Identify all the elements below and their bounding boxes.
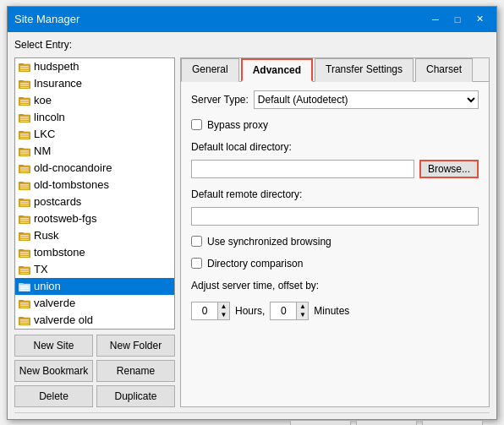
browse-button[interactable]: Browse...	[419, 160, 479, 178]
right-panel: GeneralAdvancedTransfer SettingsCharset …	[180, 57, 490, 407]
list-item[interactable]: valverde	[15, 295, 174, 312]
server-type-select[interactable]: Default (Autodetect)FTPSFTPFTPS	[254, 90, 479, 109]
svg-rect-3	[20, 68, 29, 69]
list-item[interactable]: TX	[15, 261, 174, 278]
svg-rect-61	[19, 266, 24, 268]
minutes-arrows: ▲ ▼	[296, 302, 308, 319]
new-folder-button[interactable]: New Folder	[96, 335, 175, 357]
hours-input[interactable]	[192, 302, 217, 319]
site-name: TX	[34, 263, 48, 275]
site-icon	[19, 163, 30, 173]
list-item[interactable]: rootsweb-fgs	[15, 210, 174, 227]
site-name: union	[34, 280, 61, 292]
svg-rect-33	[20, 169, 29, 171]
site-icon	[19, 146, 30, 156]
svg-rect-8	[20, 84, 29, 86]
close-button[interactable]: ✕	[469, 12, 490, 27]
window-body: Select Entry: hudspeth Insurance koe lin…	[8, 32, 496, 426]
tab-transfer[interactable]: Transfer Settings	[315, 58, 414, 82]
list-item[interactable]: LKC	[15, 126, 174, 143]
svg-rect-62	[20, 269, 29, 270]
svg-rect-67	[20, 286, 29, 287]
duplicate-button[interactable]: Duplicate	[96, 385, 175, 407]
svg-rect-54	[20, 239, 29, 240]
minutes-down-button[interactable]: ▼	[296, 311, 308, 319]
list-item[interactable]: old-tombstones	[15, 177, 174, 193]
site-name: hudspeth	[34, 60, 79, 73]
dir-comparison-label: Directory comparison	[207, 258, 303, 270]
site-icon	[19, 298, 30, 308]
list-item[interactable]: hudspeth	[15, 58, 174, 75]
list-item[interactable]: postcards	[15, 193, 174, 210]
tab-charset[interactable]: Charset	[415, 58, 473, 82]
svg-rect-47	[20, 218, 29, 220]
sync-browsing-checkbox[interactable]	[191, 236, 202, 247]
left-buttons: New Site New Folder New Bookmark Rename …	[14, 335, 175, 407]
bypass-proxy-checkbox[interactable]	[191, 119, 202, 130]
site-icon	[19, 79, 30, 89]
svg-rect-16	[19, 114, 24, 116]
server-type-row: Server Type: Default (Autodetect)FTPSFTP…	[191, 90, 479, 109]
svg-rect-36	[19, 182, 24, 183]
minutes-up-button[interactable]: ▲	[296, 302, 308, 311]
svg-rect-22	[20, 133, 29, 135]
svg-rect-19	[20, 121, 29, 122]
dir-comparison-checkbox[interactable]	[191, 258, 202, 269]
list-item[interactable]: Insurance	[15, 75, 174, 92]
site-icon	[19, 264, 30, 275]
svg-rect-13	[20, 101, 29, 103]
svg-rect-1	[19, 63, 24, 65]
site-name: old-tombstones	[34, 178, 109, 191]
bottom-buttons: Connect OK Cancel	[14, 412, 490, 426]
minutes-input[interactable]	[271, 302, 296, 319]
main-content: hudspeth Insurance koe lincoln LKC NM	[14, 57, 490, 407]
site-name: old-cnocandoire	[34, 161, 112, 174]
server-type-label: Server Type:	[191, 94, 249, 106]
svg-rect-38	[20, 186, 29, 188]
tab-advanced[interactable]: Advanced	[241, 58, 313, 82]
local-dir-input[interactable]	[191, 160, 414, 178]
local-dir-row: Browse...	[191, 160, 479, 178]
cancel-button[interactable]: Cancel	[422, 420, 483, 426]
rename-button[interactable]: Rename	[96, 360, 175, 382]
list-item[interactable]: union	[15, 278, 174, 295]
local-dir-section-label: Default local directory:	[191, 141, 479, 153]
svg-rect-73	[20, 304, 29, 306]
list-item[interactable]: Rusk	[15, 227, 174, 244]
list-item[interactable]: koe	[15, 92, 174, 109]
new-site-button[interactable]: New Site	[14, 335, 93, 357]
list-item[interactable]: tombstone	[15, 244, 174, 261]
minimize-button[interactable]: ─	[425, 12, 446, 27]
hours-down-button[interactable]: ▼	[217, 311, 229, 319]
new-bookmark-button[interactable]: New Bookmark	[14, 360, 93, 382]
list-item[interactable]: NM	[15, 143, 174, 160]
tab-content-advanced: Server Type: Default (Autodetect)FTPSFTP…	[181, 82, 489, 406]
svg-rect-71	[19, 300, 24, 302]
connect-button[interactable]: Connect	[290, 420, 351, 426]
tab-general[interactable]: General	[181, 58, 239, 82]
site-list[interactable]: hudspeth Insurance koe lincoln LKC NM	[14, 57, 175, 330]
svg-rect-24	[20, 138, 29, 139]
ok-button[interactable]: OK	[356, 420, 417, 426]
list-item[interactable]: old-cnocandoire	[15, 160, 174, 177]
site-icon	[19, 214, 30, 224]
svg-rect-14	[20, 104, 29, 105]
remote-dir-input[interactable]	[191, 207, 479, 226]
list-item[interactable]: valverde old	[15, 312, 174, 329]
hours-up-button[interactable]: ▲	[217, 302, 229, 311]
svg-rect-52	[20, 235, 29, 237]
maximize-button[interactable]: □	[447, 12, 468, 27]
svg-rect-48	[20, 220, 29, 221]
svg-rect-4	[20, 70, 29, 71]
delete-button[interactable]: Delete	[14, 385, 93, 407]
list-item[interactable]: lincoln	[15, 109, 174, 126]
site-name: lincoln	[34, 111, 65, 123]
svg-rect-39	[20, 188, 29, 189]
svg-rect-79	[20, 324, 29, 324]
site-icon	[19, 180, 30, 190]
site-icon	[19, 112, 30, 123]
svg-rect-51	[19, 232, 24, 234]
svg-rect-59	[20, 256, 29, 257]
remote-dir-section-label: Default remote directory:	[191, 188, 479, 200]
svg-rect-56	[19, 249, 24, 251]
